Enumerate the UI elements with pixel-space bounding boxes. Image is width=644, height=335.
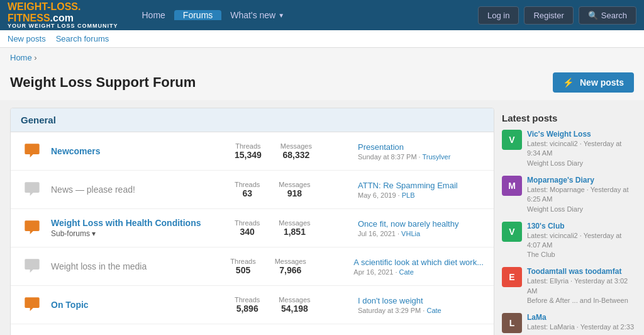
breadcrumb-separator: › xyxy=(34,53,36,62)
messages-value: 1,851 xyxy=(279,227,310,237)
threads-label: Threads xyxy=(230,258,255,265)
threads-label: Threads xyxy=(235,181,260,188)
search-button[interactable]: 🔍 Search xyxy=(579,6,636,25)
latest-post-title[interactable]: Vic's Weight Loss xyxy=(527,130,634,139)
nav-forums[interactable]: Forums xyxy=(174,10,221,20)
latest-post-title[interactable]: Toodamtall was toodamfat xyxy=(527,267,634,276)
forum-latest: ATTN: Re Spamming Email May 6, 2019 · PL… xyxy=(358,181,484,199)
forum-name[interactable]: Weight loss in the media xyxy=(51,261,147,271)
forum-stats: Threads 15,349 Messages 68,332 xyxy=(235,142,348,160)
latest-post-item: V Vic's Weight Loss Latest: vicincali2 ·… xyxy=(502,130,634,167)
messages-label: Messages xyxy=(279,181,310,188)
forums-panel: General Newcomers Threads 15,349 Message… xyxy=(10,108,494,335)
forum-icon xyxy=(21,255,43,278)
latest-post-info: 130's Club Latest: vicincali2 · Yesterda… xyxy=(527,222,634,259)
nav-whats-new[interactable]: What's new ▼ xyxy=(221,10,293,20)
site-logo[interactable]: WEIGHT-LOSS. FITNESS.com YOUR WEIGHT LOS… xyxy=(8,1,118,29)
forum-info: Weight loss in the media xyxy=(51,261,230,271)
latest-post-user[interactable]: Trusylver xyxy=(423,153,451,161)
forum-row: Advanced Weight Loss Threads 2,351 Messa… xyxy=(11,324,494,335)
forum-row: News — please read! Threads 63 Messages … xyxy=(11,171,494,209)
forum-row: Weight Loss with Health Conditions Sub-f… xyxy=(11,209,494,247)
threads-label: Threads xyxy=(235,219,260,227)
main-content: General Newcomers Threads 15,349 Message… xyxy=(0,100,644,335)
login-button[interactable]: Log in xyxy=(478,6,519,25)
forum-row: Newcomers Threads 15,349 Messages 68,332… xyxy=(11,132,494,171)
threads-stat: Threads 340 xyxy=(235,219,260,237)
avatar: M xyxy=(502,176,522,196)
latest-post-link[interactable]: Once fit, now barely healthy xyxy=(358,219,458,229)
latest-post-meta: Sunday at 8:37 PM · Trusylver xyxy=(358,153,484,161)
latest-post-link[interactable]: I don't lose weight xyxy=(358,296,423,305)
avatar: L xyxy=(502,313,522,333)
search-forums-link[interactable]: Search forums xyxy=(56,34,109,43)
latest-post-item: V 130's Club Latest: vicincali2 · Yester… xyxy=(502,222,634,259)
latest-post-meta: Latest: Ellyria · Yesterday at 3:02 AM xyxy=(527,276,634,296)
forum-row: On Topic Threads 5,896 Messages 54,198 I… xyxy=(11,286,494,324)
top-navigation: WEIGHT-LOSS. FITNESS.com YOUR WEIGHT LOS… xyxy=(0,0,644,30)
threads-stat: Threads 63 xyxy=(235,181,260,198)
latest-post-link[interactable]: A scientific look at which diet work... xyxy=(353,258,484,267)
messages-label: Messages xyxy=(279,296,310,304)
latest-post-user[interactable]: Cate xyxy=(399,268,414,276)
latest-post-meta: Latest: vicincali2 · Yesterday at 9:34 A… xyxy=(527,139,634,159)
messages-value: 68,332 xyxy=(280,150,312,160)
forum-stats: Threads 5,896 Messages 54,198 xyxy=(235,296,348,314)
nav-links: Home Forums What's new ▼ xyxy=(133,10,294,20)
threads-label: Threads xyxy=(235,142,262,150)
threads-stat: Threads 15,349 xyxy=(235,142,262,160)
forum-latest: I don't lose weight Saturday at 3:29 PM … xyxy=(358,296,484,314)
latest-post-item: L LaMa Latest: LaMaria · Yesterday at 2:… xyxy=(502,313,634,333)
avatar: E xyxy=(502,267,522,287)
forum-latest: Presentation Sunday at 8:37 PM · Trusylv… xyxy=(358,142,484,161)
latest-post-title[interactable]: LaMa xyxy=(527,313,634,322)
latest-post-user[interactable]: PLB xyxy=(402,191,415,199)
page-title: Weight Loss Support Forum xyxy=(10,74,196,91)
breadcrumb-home[interactable]: Home xyxy=(10,53,32,62)
latest-post-user[interactable]: VHLia xyxy=(401,230,420,237)
forum-name[interactable]: Weight Loss with Health Conditions xyxy=(51,218,201,228)
latest-post-category: Before & After ... and In-Between xyxy=(527,297,634,304)
forum-icon xyxy=(21,178,43,201)
sidebar: Latest posts V Vic's Weight Loss Latest:… xyxy=(502,108,634,335)
threads-value: 15,349 xyxy=(235,150,262,160)
forum-icon xyxy=(21,217,43,239)
nav-home[interactable]: Home xyxy=(133,10,174,20)
forum-stats: Threads 340 Messages 1,851 xyxy=(235,219,348,237)
bolt-icon: ⚡ xyxy=(563,77,574,88)
new-posts-link[interactable]: New posts xyxy=(8,34,46,43)
latest-post-category: The Club xyxy=(527,251,634,258)
messages-stat: Messages 1,851 xyxy=(279,219,310,237)
forum-name[interactable]: Newcomers xyxy=(51,146,101,156)
messages-value: 918 xyxy=(279,188,310,198)
latest-post-meta: Saturday at 3:29 PM · Cate xyxy=(358,307,484,314)
forum-name[interactable]: On Topic xyxy=(51,300,89,310)
avatar: V xyxy=(502,222,522,242)
latest-post-link[interactable]: ATTN: Re Spamming Email xyxy=(358,181,458,190)
latest-post-category: Weight Loss Diary xyxy=(527,159,634,167)
latest-post-info: Moparnage's Diary Latest: Moparnage · Ye… xyxy=(527,176,634,213)
latest-post-meta: Latest: LaMaria · Yesterday at 2:33 xyxy=(527,322,634,332)
messages-stat: Messages 918 xyxy=(279,181,310,198)
forum-latest: Once fit, now barely healthy Jul 16, 202… xyxy=(358,219,484,237)
latest-post-meta: May 6, 2019 · PLB xyxy=(358,191,484,199)
latest-post-item: E Toodamtall was toodamfat Latest: Ellyr… xyxy=(502,267,634,304)
forum-icon xyxy=(21,140,43,162)
new-posts-button[interactable]: ⚡ New posts xyxy=(553,72,634,93)
threads-value: 505 xyxy=(230,265,255,275)
latest-post-link[interactable]: Presentation xyxy=(358,142,404,152)
threads-stat: Threads 505 xyxy=(230,258,255,275)
section-header: General xyxy=(11,108,494,132)
register-button[interactable]: Register xyxy=(524,6,573,25)
forum-info: On Topic xyxy=(51,300,235,310)
forum-icon xyxy=(21,293,43,316)
latest-post-title[interactable]: 130's Club xyxy=(527,222,634,230)
latest-post-user[interactable]: Cate xyxy=(426,307,441,314)
forum-subforums[interactable]: Sub-forums ▾ xyxy=(51,229,235,238)
forum-name[interactable]: News — please read! xyxy=(51,185,135,195)
chevron-down-icon: ▼ xyxy=(278,12,284,19)
latest-post-title[interactable]: Moparnage's Diary xyxy=(527,176,634,185)
sub-navigation: New posts Search forums xyxy=(0,30,644,48)
forum-stats: Threads 63 Messages 918 xyxy=(235,181,348,198)
page-header: Weight Loss Support Forum ⚡ New posts xyxy=(0,67,644,100)
